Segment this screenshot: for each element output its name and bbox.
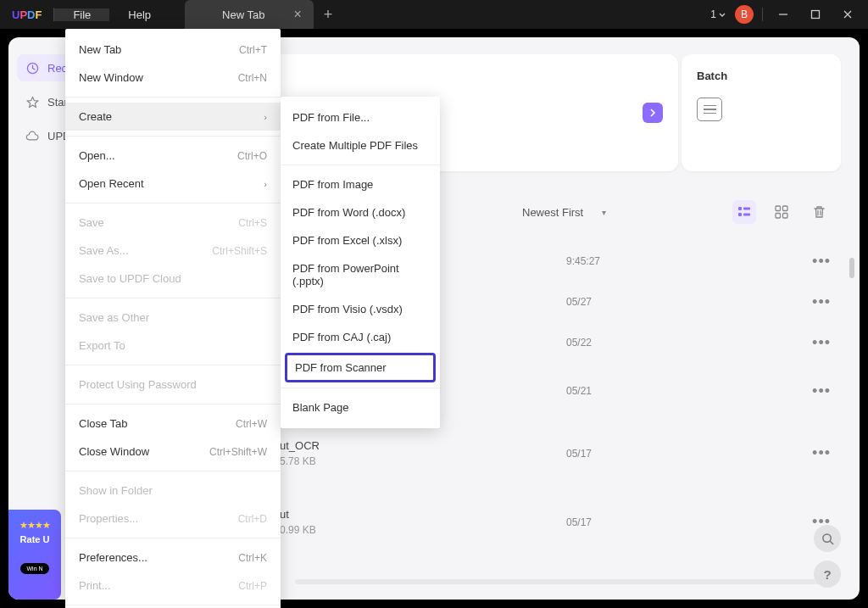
menu-label: New Tab xyxy=(79,43,121,56)
menu-item-preferences[interactable]: Preferences...Ctrl+K xyxy=(65,544,281,572)
menu-shortcut: Ctrl+Shift+S xyxy=(212,245,267,257)
svg-rect-7 xyxy=(776,206,781,211)
scrollbar-vertical[interactable] xyxy=(849,258,854,278)
menu-label: Create xyxy=(79,110,112,123)
menu-item-open-recent[interactable]: Open Recent› xyxy=(65,170,281,198)
promo-pill: Win N xyxy=(20,563,48,574)
menu-label: Properties... xyxy=(79,512,138,525)
view-list-button[interactable] xyxy=(732,200,756,224)
menu-separator xyxy=(65,298,281,298)
file-date: 05/17 xyxy=(566,448,592,460)
menu-file[interactable]: File xyxy=(54,8,109,21)
menu-item-save-as-other: Save as Other xyxy=(65,304,281,332)
file-size: 5.78 KB xyxy=(280,455,320,467)
menu-item-pdf-from-caj-caj[interactable]: PDF from CAJ (.caj) xyxy=(281,323,440,351)
menu-shortcut: Ctrl+W xyxy=(236,418,267,430)
svg-rect-9 xyxy=(776,214,781,219)
sidebar-item-label: Rec xyxy=(47,62,67,75)
close-button[interactable] xyxy=(836,3,860,26)
file-row[interactable]: ut_OCR5.78 KB05/17••• xyxy=(280,419,841,488)
menu-item-close-window[interactable]: Close WindowCtrl+Shift+W xyxy=(65,438,281,466)
chevron-right-icon: › xyxy=(264,112,267,122)
menu-item-pdf-from-visio-vsdx[interactable]: PDF from Visio (.vsdx) xyxy=(281,295,440,323)
maximize-button[interactable] xyxy=(804,3,827,26)
menu-item-create[interactable]: Create› xyxy=(65,103,281,131)
scrollbar-horizontal[interactable] xyxy=(295,579,836,584)
tab-new[interactable]: New Tab × xyxy=(185,0,314,29)
svg-rect-1 xyxy=(812,11,820,19)
menu-separator xyxy=(65,404,281,404)
menu-label: New Window xyxy=(79,71,143,84)
chevron-down-icon xyxy=(718,10,726,19)
file-date: 05/21 xyxy=(566,385,592,397)
minimize-button[interactable] xyxy=(771,3,795,26)
fab-group: ? xyxy=(814,525,841,588)
avatar[interactable]: B xyxy=(735,5,754,24)
file-size: 0.99 KB xyxy=(280,524,316,536)
menu-label: Close Tab xyxy=(79,417,128,430)
menu-item-show-in-folder: Show in Folder xyxy=(65,477,281,505)
add-tab-button[interactable]: + xyxy=(324,6,333,24)
menu-label: Save As... xyxy=(79,244,129,257)
menu-item-new-window[interactable]: New WindowCtrl+N xyxy=(65,64,281,92)
svg-line-12 xyxy=(830,541,832,544)
close-icon[interactable]: × xyxy=(293,7,301,22)
menu-item-pdf-from-powerpoint-pptx[interactable]: PDF from PowerPoint (.pptx) xyxy=(281,254,440,295)
chevron-right-icon xyxy=(649,109,656,117)
menu-item-pdf-from-scanner[interactable]: PDF from Scanner xyxy=(285,353,436,382)
menu-help[interactable]: Help xyxy=(109,8,170,21)
file-date: 05/17 xyxy=(566,516,592,528)
menu-label: Preferences... xyxy=(79,551,147,564)
menu-separator xyxy=(65,97,281,98)
tab-title: New Tab xyxy=(222,8,264,21)
file-row[interactable]: ut0.99 KB05/17••• xyxy=(280,488,841,556)
account-count[interactable]: 1 xyxy=(710,8,726,20)
view-grid-button[interactable] xyxy=(770,200,793,224)
svg-rect-3 xyxy=(738,207,742,210)
more-icon[interactable]: ••• xyxy=(812,444,831,462)
more-icon[interactable]: ••• xyxy=(812,382,831,400)
menu-item-properties: Properties...Ctrl+D xyxy=(65,505,281,533)
menu-separator xyxy=(65,136,281,137)
menu-label: Open... xyxy=(79,149,115,162)
sort-dropdown[interactable]: Newest First ▾ xyxy=(522,206,606,219)
more-icon[interactable]: ••• xyxy=(812,334,831,352)
menu-item-pdf-from-file[interactable]: PDF from File... xyxy=(281,103,440,131)
menu-item-blank-page[interactable]: Blank Page xyxy=(281,393,440,421)
file-date: 05/22 xyxy=(566,337,592,349)
file-name: ut xyxy=(280,508,316,521)
menu-item-export-to: Export To xyxy=(65,332,281,360)
svg-rect-10 xyxy=(783,214,788,219)
menu-item-pdf-from-word-docx[interactable]: PDF from Word (.docx) xyxy=(281,198,440,226)
menu-item-close-tab[interactable]: Close TabCtrl+W xyxy=(65,410,281,438)
menu-item-save-to-updf-cloud: Save to UPDF Cloud xyxy=(65,265,281,293)
file-date: 9:45:27 xyxy=(566,255,600,267)
menu-item-pdf-from-excel-xlsx[interactable]: PDF from Excel (.xlsx) xyxy=(281,226,440,254)
menu-separator xyxy=(65,538,281,538)
menu-label: Show in Folder xyxy=(79,484,153,497)
menu-label: Print... xyxy=(79,579,111,592)
menu-item-save-as: Save As...Ctrl+Shift+S xyxy=(65,237,281,265)
search-icon xyxy=(821,533,834,545)
sort-label: Newest First xyxy=(522,206,583,219)
menu-separator xyxy=(65,605,281,605)
app-logo: UPDF xyxy=(0,8,53,21)
help-fab[interactable]: ? xyxy=(814,561,841,588)
menu-item-pdf-from-image[interactable]: PDF from Image xyxy=(281,170,440,198)
chevron-right-icon: › xyxy=(264,179,267,189)
menu-item-new-tab[interactable]: New TabCtrl+T xyxy=(65,36,281,64)
menu-shortcut: Ctrl+O xyxy=(237,150,267,162)
menu-item-open[interactable]: Open...Ctrl+O xyxy=(65,142,281,170)
menu-item-create-multiple-pdf-files[interactable]: Create Multiple PDF Files xyxy=(281,131,440,159)
promo-banner[interactable]: ★★★★ Rate U Win N xyxy=(8,510,61,600)
menu-shortcut: Ctrl+S xyxy=(238,217,267,229)
more-icon[interactable]: ••• xyxy=(812,293,831,311)
next-button[interactable] xyxy=(643,103,663,123)
more-icon[interactable]: ••• xyxy=(812,253,831,271)
divider xyxy=(762,8,763,21)
menu-shortcut: Ctrl+N xyxy=(238,72,267,84)
menu-item-print: Print...Ctrl+P xyxy=(65,572,281,600)
delete-button[interactable] xyxy=(807,200,831,224)
batch-card[interactable]: Batch xyxy=(682,54,841,171)
search-fab[interactable] xyxy=(814,525,841,552)
